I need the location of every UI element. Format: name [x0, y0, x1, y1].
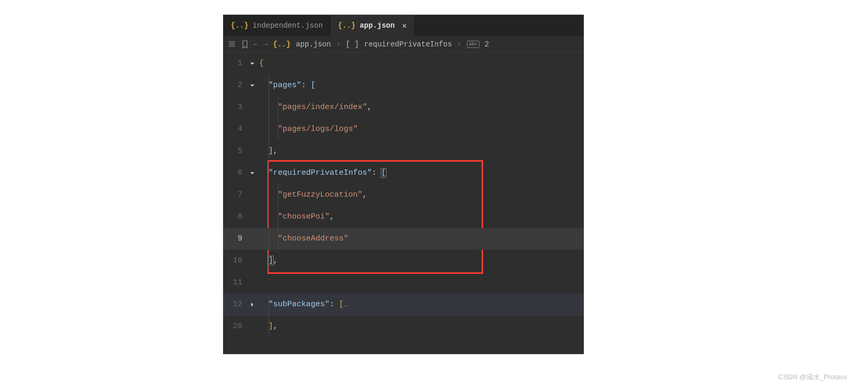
fold-spacer	[245, 316, 259, 337]
fold-expanded-icon[interactable]	[245, 162, 259, 184]
code-content: "requiredPrivateInfos": [	[259, 162, 386, 184]
json-icon: {..}	[231, 21, 249, 30]
breadcrumb-array-icon: [ ]	[346, 40, 359, 49]
nav-back-icon[interactable]: ←	[254, 40, 258, 49]
fold-expanded-icon[interactable]	[245, 75, 259, 96]
chevron-right-icon: ›	[457, 40, 461, 49]
bookmark-icon[interactable]	[241, 40, 249, 49]
code-line[interactable]: 2 "pages": [	[224, 75, 583, 96]
line-number: 6	[224, 162, 245, 184]
line-number: 4	[224, 118, 245, 140]
code-line[interactable]: 9 "chooseAddress"	[224, 228, 583, 250]
code-content: "pages/logs/logs"	[259, 118, 358, 140]
line-number: 11	[224, 272, 245, 294]
abc-icon: abc	[467, 41, 479, 48]
line-number: 26	[224, 316, 245, 337]
fold-expanded-icon[interactable]	[245, 53, 259, 75]
fold-collapsed-icon[interactable]	[245, 294, 259, 316]
tab-bar: {..} independent.json {..} app.json ✕	[224, 15, 583, 36]
close-icon[interactable]: ✕	[402, 21, 407, 31]
breadcrumb-segment[interactable]: 2	[485, 40, 489, 49]
line-number: 9	[224, 228, 245, 250]
code-line[interactable]: 11	[224, 272, 583, 294]
fold-spacer	[245, 140, 259, 162]
code-line[interactable]: 10 ],	[224, 250, 583, 272]
breadcrumb-file[interactable]: app.json	[296, 40, 331, 49]
line-number: 12	[224, 294, 245, 316]
code-line[interactable]: 12 "subPackages": […	[224, 294, 583, 316]
nav-forward-icon[interactable]: →	[263, 40, 267, 49]
code-line[interactable]: 5 ],	[224, 140, 583, 162]
fold-spacer	[245, 250, 259, 272]
fold-spacer	[245, 272, 259, 294]
code-content: "subPackages": […	[259, 294, 348, 316]
chevron-right-icon: ›	[336, 40, 341, 49]
tab-label: app.json	[360, 21, 395, 30]
code-line[interactable]: 1{	[224, 53, 583, 75]
line-number: 2	[224, 75, 245, 96]
code-line[interactable]: 4 "pages/logs/logs"	[224, 118, 583, 140]
fold-spacer	[245, 206, 259, 228]
line-number: 8	[224, 206, 245, 228]
code-content: "getFuzzyLocation",	[259, 184, 367, 206]
code-line[interactable]: 6 "requiredPrivateInfos": [	[224, 162, 583, 184]
fold-spacer	[245, 96, 259, 118]
line-number: 5	[224, 140, 245, 162]
tab-app-json[interactable]: {..} app.json ✕	[331, 15, 415, 36]
tab-label: independent.json	[253, 21, 323, 30]
code-content: "pages": [	[259, 75, 315, 96]
watermark: CSDN @箴水_Protaos	[778, 372, 847, 382]
line-number: 10	[224, 250, 245, 272]
line-number: 1	[224, 53, 245, 75]
fold-spacer	[245, 118, 259, 140]
tab-independent-json[interactable]: {..} independent.json	[224, 15, 331, 36]
json-icon: {..}	[273, 40, 291, 49]
line-number: 7	[224, 184, 245, 206]
code-line[interactable]: 3 "pages/index/index",	[224, 96, 583, 118]
code-editor[interactable]: 1{2 "pages": [3 "pages/index/index",4 "p…	[224, 53, 583, 337]
code-line[interactable]: 8 "choosePoi",	[224, 206, 583, 228]
breadcrumb-segment[interactable]: requiredPrivateInfos	[364, 40, 452, 49]
code-content: {	[259, 53, 264, 75]
code-content: "choosePoi",	[259, 206, 334, 228]
line-number: 3	[224, 96, 245, 118]
editor-window: {..} independent.json {..} app.json ✕ ← …	[223, 15, 584, 354]
fold-spacer	[245, 228, 259, 250]
list-icon[interactable]	[228, 40, 236, 49]
code-line[interactable]: 7 "getFuzzyLocation",	[224, 184, 583, 206]
code-content: "pages/index/index",	[259, 96, 372, 118]
code-content: "chooseAddress"	[259, 228, 348, 250]
json-icon: {..}	[338, 21, 356, 30]
fold-spacer	[245, 184, 259, 206]
breadcrumb: ← → {..} app.json › [ ] requiredPrivateI…	[224, 36, 583, 53]
code-line[interactable]: 26 ],	[224, 316, 583, 337]
